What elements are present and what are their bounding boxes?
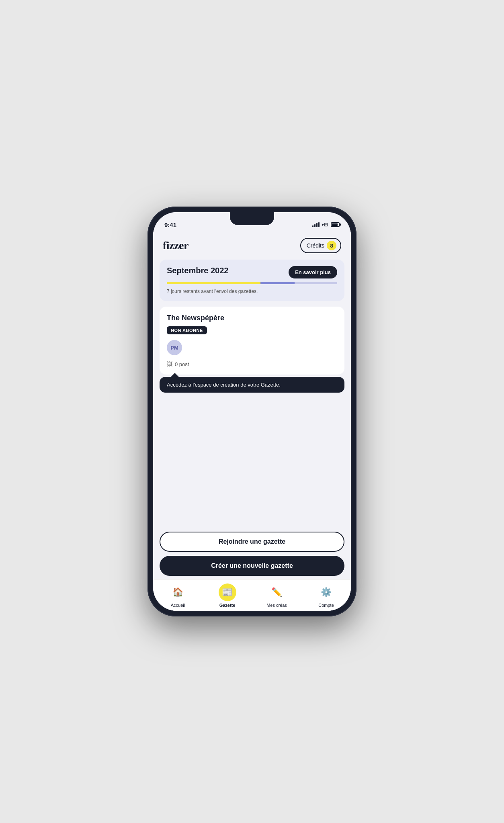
en-savoir-plus-button[interactable]: En savoir plus — [289, 266, 337, 278]
creas-icon: ✏️ — [271, 587, 282, 598]
tab-accueil[interactable]: 🏠 Accueil — [153, 583, 203, 608]
app-header: fizzer Crédits 8 — [153, 232, 351, 257]
tab-gazette[interactable]: 📰 Gazette — [203, 583, 252, 608]
credits-badge[interactable]: Crédits 8 — [300, 238, 341, 253]
credits-label: Crédits — [307, 242, 324, 249]
banner-row: Septembre 2022 En savoir plus — [167, 266, 337, 278]
phone-screen: 9:41 ▾⊞ fizzer Crédits 8 — [153, 212, 351, 611]
app-logo: fizzer — [163, 239, 188, 252]
bottom-actions: Rejoindre une gazette Créer une nouvelle… — [153, 528, 351, 579]
gazette-card[interactable]: The Newspépère NON ABONNÉ PM 🖼 0 post — [160, 307, 344, 375]
tab-mes-creas[interactable]: ✏️ Mes créas — [252, 583, 301, 608]
progress-bar — [167, 282, 337, 284]
phone-frame: 9:41 ▾⊞ fizzer Crédits 8 — [148, 207, 356, 616]
post-count: 🖼 0 post — [167, 361, 337, 367]
tab-creas-icon-wrap: ✏️ — [268, 583, 286, 601]
status-time: 9:41 — [164, 221, 176, 228]
tab-compte[interactable]: ⚙️ Compte — [301, 583, 351, 608]
tab-bar: 🏠 Accueil 📰 Gazette ✏️ Mes créas — [153, 579, 351, 611]
gazette-name: The Newspépère — [167, 314, 337, 322]
notch — [230, 212, 274, 225]
tooltip-bubble: Accédez à l'espace de création de votre … — [160, 377, 344, 393]
progress-yellow — [167, 282, 260, 284]
avatar: PM — [167, 340, 182, 355]
tab-creas-label: Mes créas — [266, 603, 287, 608]
credits-count: 8 — [327, 241, 336, 250]
tab-gazette-label: Gazette — [219, 603, 236, 608]
tab-accueil-label: Accueil — [171, 603, 185, 608]
tab-accueil-icon-wrap: 🏠 — [169, 583, 187, 601]
create-gazette-button[interactable]: Créer une nouvelle gazette — [160, 556, 344, 576]
status-bar: 9:41 ▾⊞ — [153, 212, 351, 232]
gazette-banner: Septembre 2022 En savoir plus 7 jours re… — [160, 260, 344, 301]
tab-compte-icon-wrap: ⚙️ — [318, 583, 335, 601]
tab-compte-label: Compte — [318, 603, 334, 608]
tab-gazette-icon-wrap: 📰 — [219, 583, 236, 601]
gazette-icon: 📰 — [222, 587, 233, 598]
status-icons: ▾⊞ — [312, 222, 340, 227]
tooltip-text: Accédez à l'espace de création de votre … — [167, 382, 281, 388]
join-gazette-button[interactable]: Rejoindre une gazette — [160, 532, 344, 552]
spacer — [153, 397, 351, 528]
banner-title: Septembre 2022 — [167, 266, 228, 275]
non-abonne-badge: NON ABONNÉ — [167, 326, 207, 334]
banner-subtitle: 7 jours restants avant l'envoi des gazet… — [167, 289, 258, 294]
battery-icon — [331, 222, 340, 227]
post-count-label: 0 post — [175, 361, 189, 367]
wifi-icon: ▾⊞ — [322, 222, 328, 227]
app-content: fizzer Crédits 8 Septembre 2022 En savoi… — [153, 232, 351, 611]
compte-icon: ⚙️ — [321, 587, 332, 598]
signal-icon — [312, 222, 320, 227]
home-icon: 🏠 — [172, 587, 183, 598]
image-icon: 🖼 — [167, 361, 172, 367]
progress-blue — [260, 282, 295, 284]
